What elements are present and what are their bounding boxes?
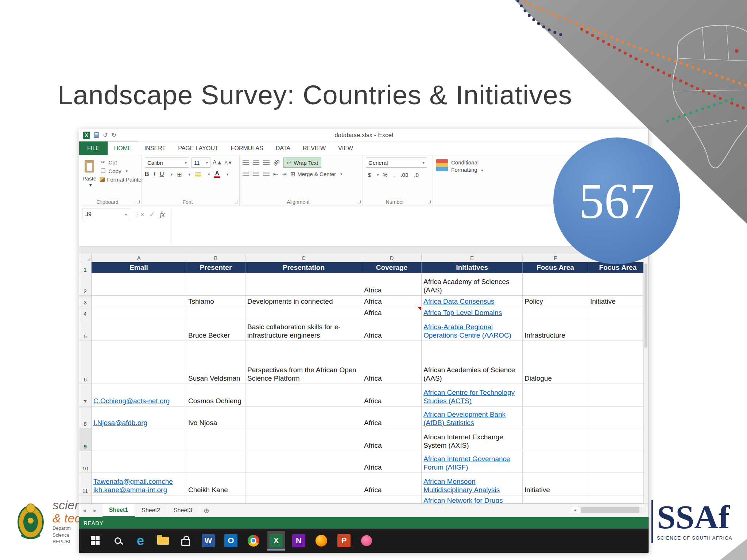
row-header-2[interactable]: 2 (79, 273, 92, 296)
clipboard-dialog-launcher[interactable] (137, 201, 140, 203)
header-cell-focus-area[interactable]: Focus Area (523, 262, 588, 273)
cell[interactable] (186, 428, 245, 451)
cell[interactable]: Africa (362, 407, 422, 428)
align-right-icon[interactable] (263, 172, 270, 176)
cell[interactable]: Bruce Becker (186, 318, 245, 341)
taskbar-edge-icon[interactable]: e (132, 531, 149, 551)
column-header-d[interactable]: D (362, 254, 422, 262)
ribbon-tab-page-layout[interactable]: PAGE LAYOUT (172, 141, 225, 155)
cell[interactable]: Developments in connected (245, 296, 362, 307)
cell[interactable]: African Monsoon Multidisciplinary Analys… (422, 473, 523, 495)
top-align-icon[interactable] (243, 160, 249, 165)
cell[interactable]: Africa (362, 473, 422, 495)
horizontal-scroll-thumb[interactable] (581, 507, 639, 513)
cancel-entry-icon[interactable]: × (140, 211, 144, 218)
cell[interactable] (588, 428, 648, 451)
fill-color-icon[interactable] (195, 172, 201, 176)
cell[interactable]: African Internet Governance Forum (AfIGF… (422, 451, 523, 473)
sheet-tab-sheet3[interactable]: Sheet3 (167, 504, 199, 517)
cell[interactable] (588, 473, 648, 495)
cell[interactable]: African Centre for Technology Studies (A… (422, 384, 523, 407)
cell[interactable] (523, 428, 588, 451)
cell[interactable]: Policy (523, 296, 588, 307)
cell[interactable] (245, 451, 362, 473)
conditional-formatting-button[interactable]: Conditional Formatting ▾ (436, 158, 514, 174)
orientation-icon[interactable]: ab (272, 158, 281, 167)
copy-button[interactable]: ❐ Copy ▾ (100, 168, 143, 174)
cell[interactable]: Ivo Njosa (186, 407, 245, 428)
select-all-button[interactable] (79, 254, 92, 262)
row-header-8[interactable]: 8 (79, 407, 92, 428)
format-painter-button[interactable]: Format Painter (100, 176, 143, 183)
ribbon-tab-review[interactable]: REVIEW (297, 141, 332, 155)
cell[interactable] (523, 451, 588, 473)
cell[interactable] (92, 318, 186, 341)
cell[interactable] (186, 451, 245, 473)
taskbar-powerpoint-icon[interactable]: P (335, 531, 353, 551)
cell[interactable] (245, 407, 362, 428)
cell[interactable] (92, 495, 186, 503)
cell[interactable] (186, 273, 245, 296)
cell[interactable] (92, 341, 186, 384)
cell[interactable] (245, 307, 362, 318)
cell[interactable]: Africa Academy of Sciences (AAS) (422, 273, 523, 296)
cell[interactable] (186, 495, 245, 503)
taskbar-firefox-icon[interactable] (313, 531, 330, 551)
ribbon-tab-file[interactable]: FILE (79, 141, 108, 155)
cell[interactable]: Initiative (588, 296, 648, 307)
cell[interactable]: Cosmos Ochieng (186, 384, 245, 407)
cell[interactable]: Infrastructure (523, 318, 588, 341)
sheet-nav-right-icon[interactable]: ► (90, 504, 100, 517)
cell[interactable]: Tawenafa@gmail.comche ikh.kane@amma-int.… (92, 473, 186, 495)
cell[interactable]: I.Njosa@afdb.org (92, 407, 186, 428)
row-header-12[interactable] (79, 495, 92, 503)
cell[interactable]: Dialogue (523, 341, 588, 384)
cell[interactable]: Africa (362, 318, 422, 341)
cell[interactable] (186, 307, 245, 318)
column-header-b[interactable]: B (186, 254, 245, 262)
taskbar-onenote-icon[interactable]: N (290, 531, 307, 551)
name-box-dropdown-icon[interactable]: ▾ (125, 212, 127, 217)
cell[interactable] (523, 495, 588, 503)
ribbon-tab-home[interactable]: HOME (108, 141, 138, 155)
cell[interactable] (362, 495, 422, 503)
italic-button[interactable]: I (154, 171, 155, 178)
cell[interactable] (588, 384, 648, 407)
cell[interactable] (588, 273, 648, 296)
paste-dropdown-icon[interactable]: ▾ (89, 182, 92, 188)
cell[interactable]: Cheikh Kane (186, 473, 245, 495)
wrap-text-button[interactable]: ↩ Wrap Text (283, 158, 321, 168)
cell[interactable] (245, 495, 362, 503)
column-header-a[interactable]: A (92, 254, 186, 262)
insert-function-icon[interactable]: fx (160, 211, 165, 218)
middle-align-icon[interactable] (253, 160, 259, 165)
taskbar-store-icon[interactable] (177, 531, 194, 551)
cell[interactable] (588, 495, 648, 503)
taskbar-start-icon[interactable] (86, 531, 104, 551)
currency-icon[interactable]: $ (366, 171, 373, 179)
cell[interactable] (523, 307, 588, 318)
cell[interactable]: Africa Data Consensus (422, 296, 523, 307)
row-header-9[interactable]: 9 (79, 428, 92, 451)
row-header-7[interactable]: 7 (79, 384, 92, 407)
cell[interactable] (523, 384, 588, 407)
cell[interactable]: Africa (362, 384, 422, 407)
align-left-icon[interactable] (243, 172, 249, 176)
sheet-tab-sheet1[interactable]: Sheet1 (102, 504, 135, 517)
cell[interactable]: C.Ochieng@acts-net.org (92, 384, 186, 407)
cell[interactable]: Africa (362, 296, 422, 307)
header-cell-email[interactable]: Email (92, 262, 186, 273)
cell[interactable]: African Development Bank (AfDB) Statisti… (422, 407, 523, 428)
taskbar-excel-icon[interactable]: X (267, 531, 285, 551)
vertical-scrollbar[interactable] (643, 254, 648, 503)
cell[interactable] (245, 273, 362, 296)
cell[interactable]: African Internet Exchange System (AXIS) (422, 428, 523, 451)
cell[interactable]: Tshiamo (186, 296, 245, 307)
row-header-10[interactable]: 10 (79, 451, 92, 473)
taskbar-outlook-icon[interactable]: O (222, 531, 240, 551)
name-box[interactable]: J9 ▾ (82, 209, 130, 220)
cell[interactable] (588, 318, 648, 341)
header-cell-presenter[interactable]: Presenter (186, 262, 245, 273)
cell[interactable] (92, 451, 186, 473)
cell[interactable] (92, 307, 186, 318)
